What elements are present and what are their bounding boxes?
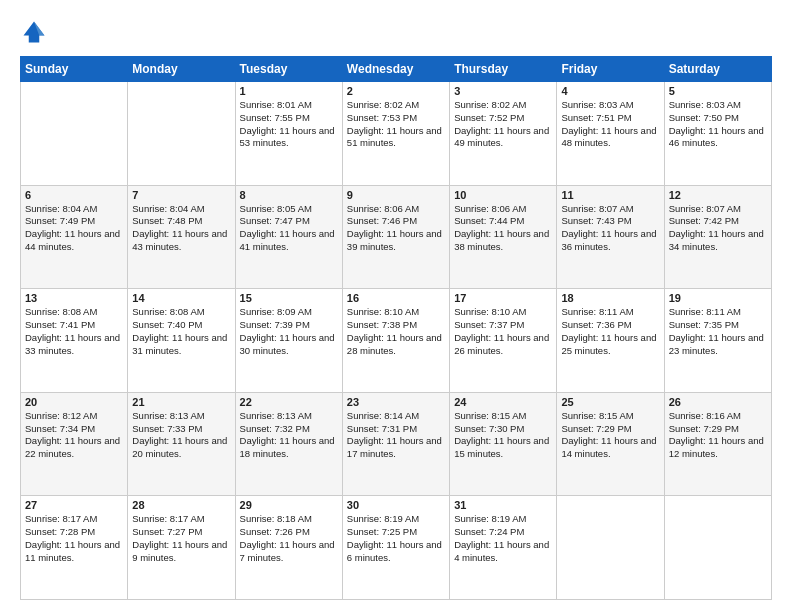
day-number: 7 (132, 189, 230, 201)
sunset-text: Sunset: 7:39 PM (240, 319, 310, 330)
daylight-text: Daylight: 11 hours and 48 minutes. (561, 125, 656, 149)
sunrise-text: Sunrise: 8:12 AM (25, 410, 97, 421)
calendar-cell: 22Sunrise: 8:13 AMSunset: 7:32 PMDayligh… (235, 392, 342, 496)
calendar-cell: 26Sunrise: 8:16 AMSunset: 7:29 PMDayligh… (664, 392, 771, 496)
calendar-cell (664, 496, 771, 600)
day-number: 14 (132, 292, 230, 304)
calendar-cell (21, 82, 128, 186)
daylight-text: Daylight: 11 hours and 31 minutes. (132, 332, 227, 356)
sunrise-text: Sunrise: 8:01 AM (240, 99, 312, 110)
daylight-text: Daylight: 11 hours and 7 minutes. (240, 539, 335, 563)
calendar-cell: 21Sunrise: 8:13 AMSunset: 7:33 PMDayligh… (128, 392, 235, 496)
day-number: 12 (669, 189, 767, 201)
calendar-cell: 18Sunrise: 8:11 AMSunset: 7:36 PMDayligh… (557, 289, 664, 393)
weekday-header: Thursday (450, 57, 557, 82)
sunrise-text: Sunrise: 8:06 AM (454, 203, 526, 214)
daylight-text: Daylight: 11 hours and 22 minutes. (25, 435, 120, 459)
day-number: 18 (561, 292, 659, 304)
day-number: 2 (347, 85, 445, 97)
daylight-text: Daylight: 11 hours and 33 minutes. (25, 332, 120, 356)
cell-content: Sunrise: 8:09 AMSunset: 7:39 PMDaylight:… (240, 306, 338, 357)
sunset-text: Sunset: 7:51 PM (561, 112, 631, 123)
sunrise-text: Sunrise: 8:04 AM (132, 203, 204, 214)
daylight-text: Daylight: 11 hours and 20 minutes. (132, 435, 227, 459)
sunset-text: Sunset: 7:28 PM (25, 526, 95, 537)
calendar-cell: 28Sunrise: 8:17 AMSunset: 7:27 PMDayligh… (128, 496, 235, 600)
sunrise-text: Sunrise: 8:04 AM (25, 203, 97, 214)
sunrise-text: Sunrise: 8:15 AM (561, 410, 633, 421)
sunrise-text: Sunrise: 8:07 AM (669, 203, 741, 214)
calendar-cell (128, 82, 235, 186)
calendar: SundayMondayTuesdayWednesdayThursdayFrid… (20, 56, 772, 600)
daylight-text: Daylight: 11 hours and 4 minutes. (454, 539, 549, 563)
sunrise-text: Sunrise: 8:11 AM (561, 306, 633, 317)
sunset-text: Sunset: 7:55 PM (240, 112, 310, 123)
sunrise-text: Sunrise: 8:08 AM (132, 306, 204, 317)
sunset-text: Sunset: 7:42 PM (669, 215, 739, 226)
sunset-text: Sunset: 7:41 PM (25, 319, 95, 330)
calendar-cell: 1Sunrise: 8:01 AMSunset: 7:55 PMDaylight… (235, 82, 342, 186)
cell-content: Sunrise: 8:08 AMSunset: 7:41 PMDaylight:… (25, 306, 123, 357)
daylight-text: Daylight: 11 hours and 36 minutes. (561, 228, 656, 252)
cell-content: Sunrise: 8:12 AMSunset: 7:34 PMDaylight:… (25, 410, 123, 461)
day-number: 15 (240, 292, 338, 304)
daylight-text: Daylight: 11 hours and 17 minutes. (347, 435, 442, 459)
sunrise-text: Sunrise: 8:18 AM (240, 513, 312, 524)
day-number: 20 (25, 396, 123, 408)
sunrise-text: Sunrise: 8:03 AM (561, 99, 633, 110)
sunset-text: Sunset: 7:30 PM (454, 423, 524, 434)
sunset-text: Sunset: 7:48 PM (132, 215, 202, 226)
calendar-cell: 16Sunrise: 8:10 AMSunset: 7:38 PMDayligh… (342, 289, 449, 393)
cell-content: Sunrise: 8:10 AMSunset: 7:37 PMDaylight:… (454, 306, 552, 357)
daylight-text: Daylight: 11 hours and 23 minutes. (669, 332, 764, 356)
sunset-text: Sunset: 7:31 PM (347, 423, 417, 434)
weekday-header: Sunday (21, 57, 128, 82)
daylight-text: Daylight: 11 hours and 11 minutes. (25, 539, 120, 563)
calendar-cell: 13Sunrise: 8:08 AMSunset: 7:41 PMDayligh… (21, 289, 128, 393)
calendar-cell (557, 496, 664, 600)
daylight-text: Daylight: 11 hours and 30 minutes. (240, 332, 335, 356)
sunset-text: Sunset: 7:46 PM (347, 215, 417, 226)
sunrise-text: Sunrise: 8:02 AM (347, 99, 419, 110)
calendar-week-row: 13Sunrise: 8:08 AMSunset: 7:41 PMDayligh… (21, 289, 772, 393)
day-number: 11 (561, 189, 659, 201)
sunset-text: Sunset: 7:53 PM (347, 112, 417, 123)
weekday-header: Wednesday (342, 57, 449, 82)
daylight-text: Daylight: 11 hours and 34 minutes. (669, 228, 764, 252)
sunrise-text: Sunrise: 8:14 AM (347, 410, 419, 421)
sunset-text: Sunset: 7:50 PM (669, 112, 739, 123)
cell-content: Sunrise: 8:06 AMSunset: 7:46 PMDaylight:… (347, 203, 445, 254)
calendar-header-row: SundayMondayTuesdayWednesdayThursdayFrid… (21, 57, 772, 82)
day-number: 31 (454, 499, 552, 511)
daylight-text: Daylight: 11 hours and 26 minutes. (454, 332, 549, 356)
sunset-text: Sunset: 7:35 PM (669, 319, 739, 330)
calendar-cell: 20Sunrise: 8:12 AMSunset: 7:34 PMDayligh… (21, 392, 128, 496)
sunrise-text: Sunrise: 8:07 AM (561, 203, 633, 214)
calendar-week-row: 20Sunrise: 8:12 AMSunset: 7:34 PMDayligh… (21, 392, 772, 496)
cell-content: Sunrise: 8:07 AMSunset: 7:42 PMDaylight:… (669, 203, 767, 254)
day-number: 3 (454, 85, 552, 97)
sunset-text: Sunset: 7:29 PM (669, 423, 739, 434)
sunrise-text: Sunrise: 8:05 AM (240, 203, 312, 214)
calendar-cell: 10Sunrise: 8:06 AMSunset: 7:44 PMDayligh… (450, 185, 557, 289)
calendar-cell: 7Sunrise: 8:04 AMSunset: 7:48 PMDaylight… (128, 185, 235, 289)
calendar-cell: 11Sunrise: 8:07 AMSunset: 7:43 PMDayligh… (557, 185, 664, 289)
day-number: 29 (240, 499, 338, 511)
cell-content: Sunrise: 8:11 AMSunset: 7:35 PMDaylight:… (669, 306, 767, 357)
daylight-text: Daylight: 11 hours and 25 minutes. (561, 332, 656, 356)
calendar-cell: 14Sunrise: 8:08 AMSunset: 7:40 PMDayligh… (128, 289, 235, 393)
cell-content: Sunrise: 8:15 AMSunset: 7:29 PMDaylight:… (561, 410, 659, 461)
sunrise-text: Sunrise: 8:10 AM (454, 306, 526, 317)
calendar-cell: 3Sunrise: 8:02 AMSunset: 7:52 PMDaylight… (450, 82, 557, 186)
day-number: 6 (25, 189, 123, 201)
sunset-text: Sunset: 7:37 PM (454, 319, 524, 330)
sunset-text: Sunset: 7:52 PM (454, 112, 524, 123)
sunrise-text: Sunrise: 8:19 AM (454, 513, 526, 524)
day-number: 10 (454, 189, 552, 201)
day-number: 26 (669, 396, 767, 408)
sunrise-text: Sunrise: 8:17 AM (132, 513, 204, 524)
day-number: 9 (347, 189, 445, 201)
sunset-text: Sunset: 7:36 PM (561, 319, 631, 330)
day-number: 21 (132, 396, 230, 408)
day-number: 25 (561, 396, 659, 408)
